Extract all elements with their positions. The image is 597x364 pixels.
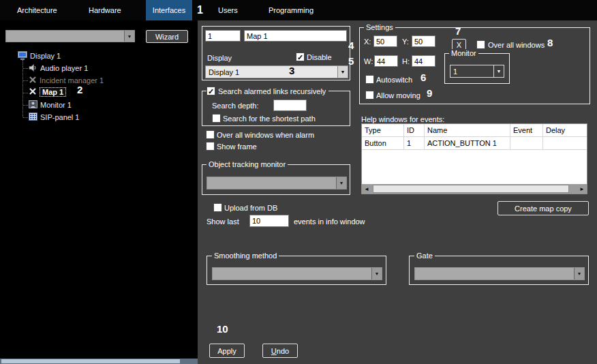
tree-item-map[interactable]: Map 1: [29, 87, 66, 97]
object-name-input[interactable]: [244, 30, 347, 42]
column-header-event[interactable]: Event: [510, 124, 543, 136]
annotation-4: 4: [348, 40, 354, 51]
undo-accelerator: U: [271, 347, 277, 355]
tree-item-label: Incident manager 1: [40, 76, 104, 85]
tree-guide-line: [23, 105, 28, 106]
upload-db-checkbox[interactable]: [213, 203, 222, 212]
create-map-copy-button[interactable]: Create map copy: [497, 201, 589, 215]
smoothing-select[interactable]: ▼: [212, 267, 382, 280]
search-recursive-label: Search alarmed links recursively: [218, 87, 326, 95]
table-row[interactable]: Button 1 ACTION_BUTTON 1: [362, 137, 587, 150]
over-all-alarm-checkbox[interactable]: [206, 130, 215, 139]
tracking-group-title: Object tracking monitor: [206, 160, 288, 169]
tree-guide-line: [23, 68, 28, 69]
tree-item-sip-panel[interactable]: SIP-panel 1: [29, 112, 79, 123]
autoswitch-checkbox[interactable]: [365, 75, 374, 84]
tree-item-incident-manager[interactable]: Incident manager 1: [29, 75, 104, 86]
tree-item-audio-player[interactable]: Audio player 1: [29, 63, 88, 74]
apply-button[interactable]: Apply: [209, 344, 245, 358]
autoswitch-label: Autoswitch: [376, 76, 412, 84]
table-cell-event: [510, 137, 543, 149]
display-icon: [18, 51, 27, 61]
gate-select[interactable]: ▼: [414, 267, 585, 280]
annotation-10: 10: [217, 323, 228, 335]
settings-group: Settings X: Y: X Over all windows W: H: …: [359, 27, 590, 104]
app-window: Architecture Hardware Interfaces Users P…: [0, 0, 597, 364]
table-hscrollbar[interactable]: ◄ ►: [362, 184, 587, 194]
tree-item-display[interactable]: Display 1: [18, 50, 61, 61]
annotation-8: 8: [547, 37, 553, 48]
x-label: X:: [364, 37, 371, 46]
smoothing-group: Smoothing method ▼: [206, 256, 386, 285]
settings-group-title: Settings: [364, 23, 395, 32]
incident-manager-icon: [29, 76, 37, 85]
search-depth-input[interactable]: [273, 100, 307, 111]
scroll-left-icon[interactable]: ◄: [362, 184, 371, 194]
allow-moving-checkbox[interactable]: [365, 91, 374, 100]
disable-label: Disable: [307, 53, 332, 61]
over-all-windows-checkbox[interactable]: [476, 40, 485, 49]
shortest-path-label: Search for the shortest path: [223, 115, 316, 123]
monitor-group: Monitor 1 ▼: [444, 53, 510, 84]
help-windows-table: Type ID Name Event Delay Button 1 ACTION…: [361, 123, 587, 194]
chevron-down-icon: ▼: [124, 31, 134, 42]
scrollbar-thumb[interactable]: [1, 359, 180, 363]
annotation-2: 2: [77, 84, 82, 95]
tab-programming[interactable]: Programming: [266, 0, 316, 20]
table-cell-delay: [543, 137, 587, 149]
column-header-id[interactable]: ID: [404, 124, 425, 136]
chevron-down-icon: ▼: [371, 268, 382, 279]
column-header-delay[interactable]: Delay: [543, 124, 587, 136]
tree-guide-line: [23, 93, 28, 93]
tracking-group: Object tracking monitor ▼: [202, 164, 350, 195]
tab-hardware[interactable]: Hardware: [86, 0, 124, 20]
chevron-down-icon: ▼: [493, 65, 504, 77]
monitor-select[interactable]: 1 ▼: [450, 65, 504, 78]
monitor-icon: [29, 100, 37, 110]
h-input[interactable]: [412, 55, 435, 67]
search-group-caption: ✓ Search alarmed links recursively: [206, 87, 328, 95]
annotation-6: 6: [420, 72, 426, 83]
show-last-suffix: events in info window: [294, 217, 365, 226]
chevron-down-icon: ▼: [574, 268, 584, 279]
tree-item-monitor[interactable]: Monitor 1: [29, 100, 72, 110]
table-header-row: Type ID Name Event Delay: [362, 124, 587, 137]
tree-guide-line: [23, 80, 28, 81]
tree-item-label: Monitor 1: [40, 101, 72, 109]
annotation-9: 9: [427, 87, 432, 99]
show-last-input[interactable]: [249, 215, 289, 227]
shortest-path-checkbox[interactable]: [212, 114, 221, 123]
column-header-type[interactable]: Type: [362, 124, 404, 136]
table-cell-name: ACTION_BUTTON 1: [425, 137, 510, 149]
disable-checkbox[interactable]: ✓: [296, 52, 305, 61]
tab-users[interactable]: Users: [215, 0, 241, 20]
display-select[interactable]: Display 1 ▼: [205, 65, 348, 78]
tracking-select[interactable]: ▼: [206, 177, 347, 189]
show-frame-checkbox[interactable]: [206, 142, 215, 151]
w-input[interactable]: [374, 55, 398, 67]
undo-button[interactable]: Undo: [262, 344, 298, 358]
over-all-alarm-label: Over all windows when alarm: [217, 131, 314, 139]
sidebar-hscrollbar[interactable]: [0, 359, 198, 364]
object-id-input[interactable]: [205, 30, 241, 42]
map-icon: [29, 87, 37, 97]
table-cell-type: Button: [362, 137, 404, 149]
scrollbar-thumb[interactable]: [373, 185, 569, 193]
audio-icon: [29, 63, 37, 74]
scroll-right-icon[interactable]: ►: [577, 184, 587, 194]
x-input[interactable]: [373, 35, 397, 47]
object-filter-select[interactable]: ▼: [5, 30, 135, 42]
monitor-group-title: Monitor: [449, 49, 478, 58]
tree-item-label: Audio player 1: [40, 64, 88, 72]
wizard-button[interactable]: Wizard: [146, 30, 188, 43]
annotation-5: 5: [348, 55, 354, 67]
tab-architecture[interactable]: Architecture: [14, 0, 60, 20]
identity-group: Display ✓ Disable Display 1 ▼: [202, 26, 350, 80]
gate-group: Gate ▼: [409, 256, 589, 285]
display-label: Display: [207, 54, 232, 62]
column-header-name[interactable]: Name: [425, 124, 510, 136]
y-input[interactable]: [412, 35, 435, 47]
search-recursive-checkbox[interactable]: ✓: [206, 87, 215, 95]
tab-interfaces[interactable]: Interfaces: [146, 0, 192, 20]
tree-item-label: SIP-panel 1: [40, 113, 79, 121]
